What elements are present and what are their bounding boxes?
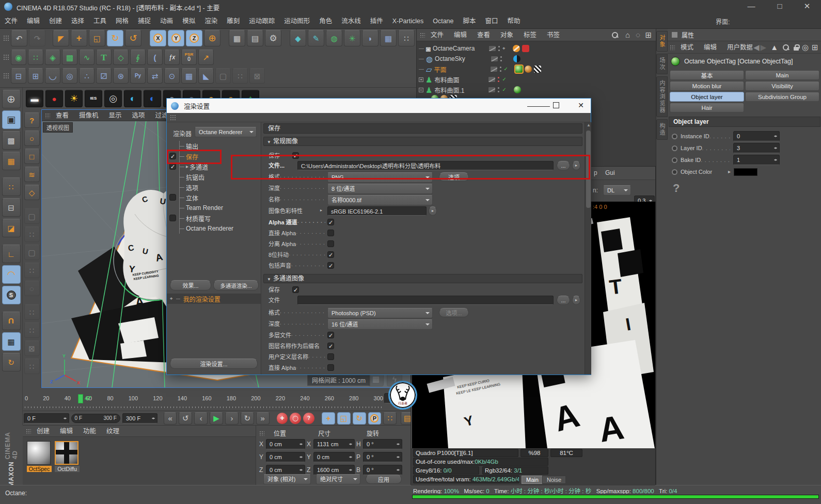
instance-button[interactable]: ∷: [28, 50, 43, 65]
menu-animate[interactable]: 动画: [155, 14, 178, 28]
visibility-dots[interactable]: [500, 66, 502, 72]
side-tab-structure[interactable]: 构造: [656, 119, 668, 140]
tab-object-layer[interactable]: Object layer: [670, 92, 744, 102]
disabled-dots-button[interactable]: ∷: [24, 359, 40, 374]
object-name[interactable]: 布料曲面.1: [434, 86, 486, 94]
multipass-save-checkbox[interactable]: ✓: [292, 286, 299, 293]
dice-random-button[interactable]: ⚂: [96, 68, 112, 84]
editor-visibility-toggle[interactable]: [488, 87, 496, 93]
lasso-selection-button[interactable]: ≋: [24, 167, 40, 182]
bend-deformer-button[interactable]: (: [147, 50, 163, 65]
voronoi-fracture-button[interactable]: ▩: [62, 50, 77, 65]
materials-grip[interactable]: [26, 429, 31, 434]
window-close-button[interactable]: ✕: [795, 2, 819, 10]
effects-button[interactable]: 效果...: [170, 280, 211, 290]
record-keyframe-button[interactable]: ✚: [277, 413, 288, 424]
menu-snap[interactable]: 捕捉: [133, 14, 155, 28]
position-z-field[interactable]: 0 cm: [266, 465, 305, 475]
menu-pipeline[interactable]: 流水线: [337, 14, 366, 28]
halfmoon-sphere-icon[interactable]: ◐: [124, 90, 141, 107]
move-tool-button[interactable]: +: [71, 30, 87, 46]
om-eye-icon[interactable]: ◌: [636, 31, 640, 39]
viewport-menu-display[interactable]: 显示: [104, 110, 127, 121]
disabled-tool-button[interactable]: ▢: [24, 208, 40, 224]
attr-back-icon[interactable]: ◀: [753, 43, 760, 51]
disabled-tool-button[interactable]: ∷: [24, 263, 40, 278]
multipass-enabled-checkbox[interactable]: ✓: [169, 163, 176, 170]
object-manager-grip[interactable]: [420, 32, 425, 38]
visibility-dots[interactable]: [498, 45, 500, 52]
object-name[interactable]: OctaneCamera: [433, 45, 486, 52]
rectangle-selection-button[interactable]: □: [24, 149, 40, 164]
dialog-maximize-button[interactable]: [553, 102, 559, 108]
polygon-selection-button[interactable]: ◇: [24, 185, 40, 200]
visibility-dots-red[interactable]: [498, 76, 500, 83]
burst-button[interactable]: ⊛: [113, 68, 129, 84]
attr-search-icon[interactable]: [782, 44, 790, 51]
depth-dropdown[interactable]: 8 位/通道: [327, 184, 433, 194]
play-forward-button[interactable]: ↻: [241, 412, 254, 425]
grid-array-button[interactable]: ▦: [181, 68, 197, 84]
record-position-toggle[interactable]: +: [322, 412, 335, 425]
expand-arrow-icon[interactable]: ▸: [728, 169, 731, 174]
scale-tool-button[interactable]: ◱: [89, 30, 105, 46]
om-menu-objects[interactable]: 对象: [496, 29, 518, 41]
mat-menu-texture[interactable]: 纹理: [102, 426, 124, 437]
mat-menu-create[interactable]: 创建: [32, 426, 54, 437]
expand-toggle[interactable]: +: [419, 77, 423, 82]
axis-y-lock-button[interactable]: Y: [168, 30, 184, 46]
attr-forward-icon[interactable]: ▶: [761, 43, 767, 51]
attr-up-icon[interactable]: ▲: [770, 43, 778, 51]
python-button[interactable]: Py: [130, 68, 146, 84]
attributes-grip[interactable]: [670, 45, 675, 50]
straight-alpha-checkbox[interactable]: [327, 230, 334, 236]
redo-button[interactable]: ↷: [29, 30, 45, 46]
size-z-field[interactable]: 1600 cm: [313, 465, 355, 475]
menu-motion-tracker[interactable]: 运动跟踪: [244, 14, 279, 28]
dialog-close-button[interactable]: ✕: [576, 101, 586, 109]
side-tab-content-browser[interactable]: 内容浏览器: [656, 76, 668, 117]
nav-material-override[interactable]: 材质覆写: [180, 213, 260, 223]
octane-objecttag-icon[interactable]: [525, 66, 532, 73]
coordinate-mode-dropdown[interactable]: 对象 (相对): [263, 474, 311, 484]
dialog-titlebar[interactable]: 渲染设置 » ✕: [167, 99, 591, 113]
nav-antialiasing[interactable]: 抗锯齿: [180, 172, 260, 182]
array-table-button[interactable]: ▦: [380, 30, 397, 46]
regular-save-checkbox[interactable]: ✓: [292, 152, 299, 159]
render-preset-row[interactable]: ⌖ 我的渲染设置: [167, 294, 261, 304]
disabled-dots-button[interactable]: ∷: [24, 304, 40, 320]
object-row-plane[interactable]: ▱ 平面 ✓: [419, 64, 654, 74]
color-profile-more-button[interactable]: ▸: [429, 206, 437, 216]
object-name[interactable]: 布料曲面: [434, 75, 486, 84]
color-profile-field[interactable]: sRGB IEC61966-2.1: [327, 206, 427, 216]
camera-preset-icon[interactable]: ●: [45, 90, 63, 107]
nav-options[interactable]: 选项: [180, 182, 260, 192]
multipass-options-button-disabled[interactable]: 选项...: [439, 308, 469, 317]
renderer-dropdown[interactable]: Octane Renderer: [195, 127, 257, 137]
format-dropdown[interactable]: PNG: [327, 172, 433, 183]
anim-dot-icon[interactable]: [672, 169, 677, 175]
editor-visibility-toggle[interactable]: [490, 66, 498, 72]
xpresso-button[interactable]: ⊟: [11, 68, 26, 84]
attr-target-icon[interactable]: ◎: [802, 43, 809, 51]
help-cursor-button[interactable]: ?: [24, 112, 40, 128]
olv-tab-noise[interactable]: Noise: [542, 476, 566, 484]
object-name-selected[interactable]: 平面: [434, 65, 488, 74]
constraint-button[interactable]: ⊙: [164, 68, 180, 84]
layer-id-field[interactable]: 3: [733, 143, 780, 153]
goto-start-button[interactable]: «: [164, 412, 177, 425]
multipass-more-button[interactable]: ▸: [572, 296, 580, 305]
octane-environment-tag-icon[interactable]: [513, 55, 520, 62]
layer-name-suffix-checkbox[interactable]: ✓: [327, 343, 334, 349]
visibility-dots[interactable]: [500, 56, 502, 62]
render-to-picture-viewer-button[interactable]: ▤: [247, 30, 263, 46]
edges-mode-button[interactable]: ⊟: [2, 198, 21, 217]
rotation-h-field[interactable]: 0 °: [363, 439, 402, 449]
attr-new-window-icon[interactable]: ⊞: [812, 43, 818, 51]
section-multipass-image[interactable]: ▼多通道图像: [263, 274, 582, 283]
attr-menu-userdata[interactable]: 用户数据: [722, 41, 752, 54]
tab-main[interactable]: Main: [745, 70, 819, 80]
previous-frame-button[interactable]: ‹: [194, 412, 208, 425]
record-active-objects-button[interactable]: ∷: [383, 412, 397, 425]
extra-tool-button[interactable]: ⊠: [249, 68, 265, 84]
